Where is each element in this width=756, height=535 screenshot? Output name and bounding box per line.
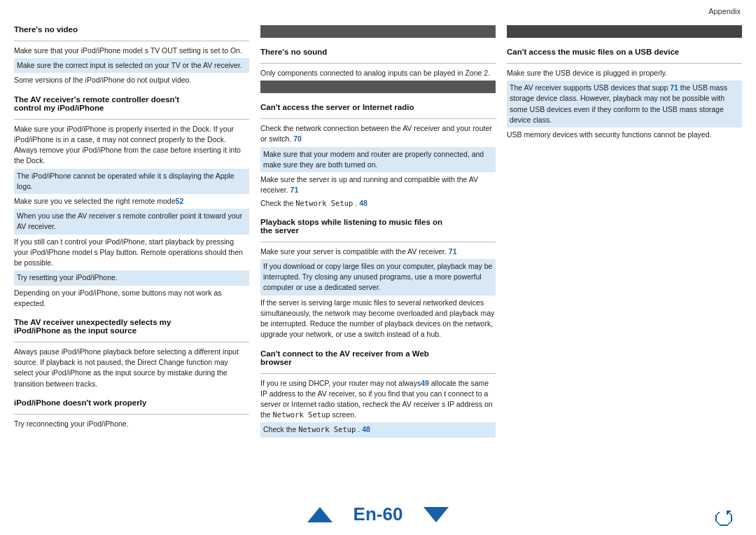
col1-s2-title: The AV receiver's remote controller does… <box>14 95 249 112</box>
col2-s2-item-3: Make sure the server is up and running a… <box>260 174 496 195</box>
col2-s3-item-2-highlight: If you download or copy large files on y… <box>260 259 496 296</box>
col2-s1-bar <box>260 25 496 38</box>
col1-s2-item-2: The iPod/iPhone cannot be operated while… <box>17 171 246 192</box>
page: Appendix There's no video Make sure that… <box>0 0 756 535</box>
col2-ref-71b: 71 <box>449 247 457 256</box>
col1-s2-item-1: Make sure your iPod/iPhone is properly i… <box>14 124 249 167</box>
col2-s1-item-1: Only components connected to analog inpu… <box>260 68 496 78</box>
divider-6 <box>260 118 496 119</box>
main-columns: There's no video Make sure that your iPo… <box>14 25 742 440</box>
col2-ref-48b: 48 <box>362 425 370 433</box>
col3-s1-item-3: USB memory devices with security functio… <box>507 130 742 140</box>
col1-s3-item-1: Always pause iPod/iPhone playback before… <box>14 347 249 389</box>
footer: En-60 <box>0 503 756 525</box>
col2-ref-49: 49 <box>421 379 429 387</box>
col3-ref-71: 71 <box>670 83 678 92</box>
col2-s2-item-2-highlight: Make sure that your modem and router are… <box>260 147 496 172</box>
col1-s1-item-2: Make sure the correct input is selected … <box>17 60 246 71</box>
col2-ref-71: 71 <box>290 186 299 194</box>
col1-s2-item-3: Make sure you ve selected the right remo… <box>14 196 249 207</box>
page-number: En-60 <box>354 503 403 525</box>
back-button-container[interactable]: ⭯ <box>713 506 735 528</box>
col3-s1-title: Can't access the music files on a USB de… <box>507 48 742 56</box>
col2-s1-title: There's no sound <box>260 48 496 56</box>
col1-ref-52: 52 <box>176 197 184 205</box>
next-page-arrow[interactable] <box>424 507 449 522</box>
column-1: There's no video Make sure that your iPo… <box>14 25 249 440</box>
col1-s2-item-6-highlight: Try resetting your iPod/iPhone. <box>14 270 249 285</box>
column-2: There's no sound Only components connect… <box>260 25 496 440</box>
col2-s3-item-2: If you download or copy large files on y… <box>263 261 493 293</box>
col2-s4-item-2-highlight: Check the Network Setup . 48 <box>260 422 496 437</box>
divider-3 <box>14 342 249 342</box>
col2-s2-title: Can't access the server or Internet radi… <box>260 103 496 111</box>
divider-9 <box>507 63 742 64</box>
col2-s3-item-1: Make sure your server is compatible with… <box>260 246 496 257</box>
col1-s2-item-2-highlight: The iPod/iPhone cannot be operated while… <box>14 169 249 194</box>
divider-1 <box>14 41 249 41</box>
col1-s1-item-1: Make sure that your iPod/iPhone model s … <box>14 46 249 56</box>
col2-s4-title: Can't connect to the AV receiver from a … <box>260 349 496 366</box>
col1-s4-item-1: Try reconnecting your iPod/iPhone. <box>14 419 249 429</box>
prev-page-arrow[interactable] <box>307 507 332 522</box>
col1-s2-item-4: When you use the AV receiver s remote co… <box>17 211 246 232</box>
col1-s2-item-7: Depending on your iPod/iPhone, some butt… <box>14 288 249 309</box>
col3-s1-bar <box>507 25 742 38</box>
col2-s4-item-1: If you re using DHCP, your router may no… <box>260 378 496 421</box>
col1-s2-item-5: If you still can t control your iPod/iPh… <box>14 237 249 269</box>
col1-s3-title: The AV receiver unexpectedly selects myi… <box>14 318 249 335</box>
col2-s2-bar <box>260 81 496 93</box>
back-icon[interactable]: ⭯ <box>713 504 735 529</box>
divider-5 <box>260 63 496 64</box>
col1-s2-item-6: Try resetting your iPod/iPhone. <box>17 272 246 283</box>
col3-s1-item-2: The AV receiver supports USB devices tha… <box>510 83 739 125</box>
col3-s1-item-1: Make sure the USB device is plugged in p… <box>507 68 742 78</box>
divider-8 <box>260 373 496 374</box>
col2-s2-item-2: Make sure that your modem and router are… <box>263 149 493 170</box>
col1-s1-item-3: Some versions of the iPod/iPhone do not … <box>14 75 249 85</box>
col2-s2-item-4: Check the Network Setup . 48 <box>260 198 496 209</box>
col2-s4-item-2: Check the Network Setup . 48 <box>263 424 493 435</box>
col2-ref-48: 48 <box>359 199 368 207</box>
col1-s1-title: There's no video <box>14 25 249 34</box>
col2-ref-70: 70 <box>293 134 302 143</box>
col1-s4-title: iPod/iPhone doesn't work properly <box>14 398 249 407</box>
divider-7 <box>260 242 496 242</box>
column-3: Can't access the music files on a USB de… <box>507 25 742 440</box>
col2-s2-item-1: Check the network connection between the… <box>260 123 496 144</box>
appendix-label: Appendix <box>708 7 741 15</box>
col2-s3-item-3: If the server is serving large music fil… <box>260 298 496 340</box>
col2-s3-title: Playback stops while listening to music … <box>260 218 496 235</box>
divider-4 <box>14 414 249 415</box>
divider-2 <box>14 119 249 120</box>
col3-s1-item-2-highlight: The AV receiver supports USB devices tha… <box>507 81 742 127</box>
col1-s2-item-4-highlight: When you use the AV receiver s remote co… <box>14 209 249 234</box>
col1-s1-item-2-highlight: Make sure the correct input is selected … <box>14 58 249 73</box>
